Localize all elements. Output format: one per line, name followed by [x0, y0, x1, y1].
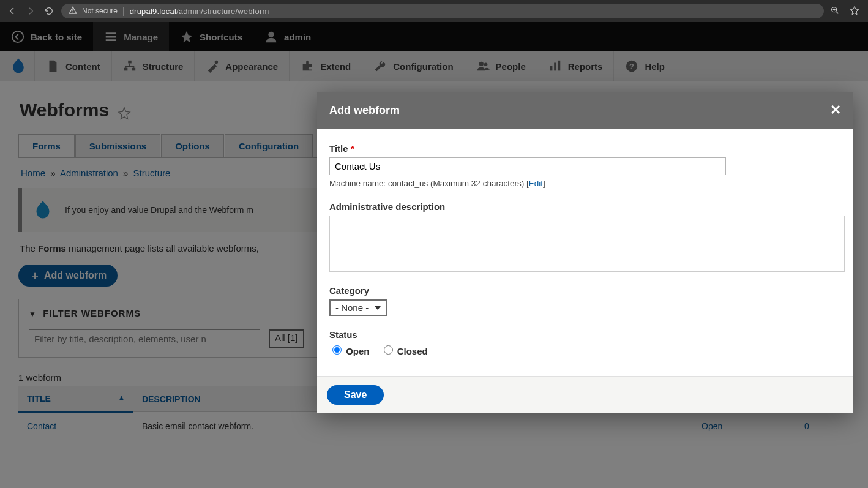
star-icon[interactable] — [850, 6, 859, 17]
reload-icon[interactable] — [43, 5, 55, 17]
dialog-title: Add webform — [329, 104, 400, 117]
zoom-icon[interactable] — [830, 6, 840, 17]
status-open[interactable]: Open — [329, 343, 370, 356]
admin-desc-label: Administrative description — [329, 201, 841, 212]
title-input[interactable] — [329, 157, 726, 175]
back-icon[interactable] — [6, 5, 18, 17]
status-closed[interactable]: Closed — [381, 343, 428, 356]
title-label: Title * — [329, 143, 841, 154]
forward-icon[interactable] — [24, 5, 37, 17]
add-webform-dialog: Add webform ✕ Title * Machine name: cont… — [317, 92, 853, 413]
warning-icon — [69, 6, 77, 17]
status-label: Status — [329, 329, 841, 340]
url-field: drupal9.local/admin/structure/webform — [130, 7, 269, 16]
category-select[interactable]: - None - — [329, 299, 387, 316]
chevron-down-icon — [375, 306, 381, 310]
save-button[interactable]: Save — [327, 385, 384, 405]
address-bar[interactable]: Not secure | drupal9.local/admin/structu… — [61, 4, 824, 18]
machine-edit-link[interactable]: Edit — [529, 179, 543, 188]
machine-name-hint: Machine name: contact_us (Maximum 32 cha… — [329, 179, 841, 188]
close-icon[interactable]: ✕ — [830, 102, 841, 118]
admin-desc-textarea[interactable] — [329, 216, 845, 272]
category-label: Category — [329, 285, 841, 296]
not-secure-label: Not secure — [82, 7, 118, 15]
